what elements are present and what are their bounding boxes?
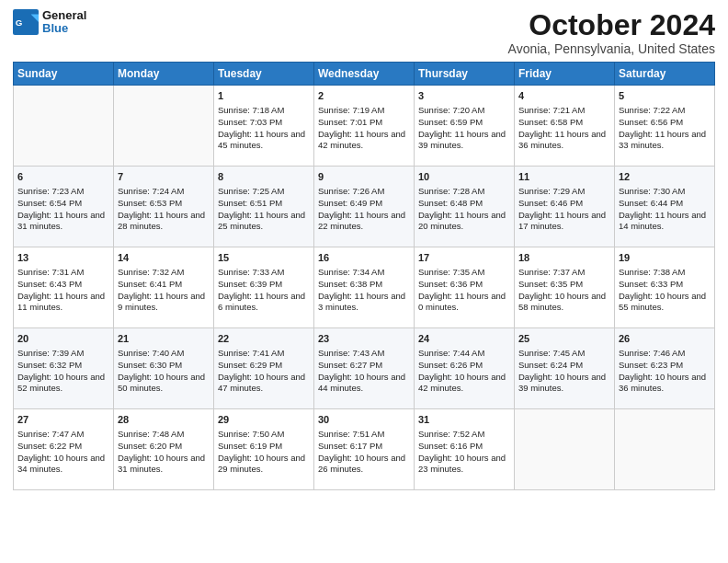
day-number: 22: [218, 332, 310, 346]
day-cell: 25Sunrise: 7:45 AMSunset: 6:24 PMDayligh…: [515, 328, 615, 409]
day-cell: 23Sunrise: 7:43 AMSunset: 6:27 PMDayligh…: [314, 328, 415, 409]
day-cell: 9Sunrise: 7:26 AMSunset: 6:49 PMDaylight…: [314, 167, 415, 247]
day-number: 23: [318, 332, 410, 346]
day-number: 28: [118, 413, 210, 427]
page: G General Blue October 2024 Avonia, Penn…: [0, 0, 728, 563]
day-cell: 31Sunrise: 7:52 AMSunset: 6:16 PMDayligh…: [415, 409, 515, 490]
header: G General Blue October 2024 Avonia, Penn…: [13, 9, 715, 56]
header-cell-friday: Friday: [515, 63, 615, 86]
day-cell: 2Sunrise: 7:19 AMSunset: 7:01 PMDaylight…: [314, 86, 415, 167]
header-cell-sunday: Sunday: [14, 63, 114, 86]
day-cell: 6Sunrise: 7:23 AMSunset: 6:54 PMDaylight…: [14, 167, 114, 247]
day-cell: 18Sunrise: 7:37 AMSunset: 6:35 PMDayligh…: [515, 247, 615, 328]
day-number: 7: [118, 170, 210, 184]
day-number: 20: [17, 332, 109, 346]
day-cell: 22Sunrise: 7:41 AMSunset: 6:29 PMDayligh…: [214, 328, 314, 409]
day-cell: 19Sunrise: 7:38 AMSunset: 6:33 PMDayligh…: [615, 247, 715, 328]
title-area: October 2024 Avonia, Pennsylvania, Unite…: [508, 9, 715, 56]
day-number: 29: [218, 413, 310, 427]
svg-text:G: G: [16, 17, 23, 28]
header-cell-monday: Monday: [114, 63, 214, 86]
day-cell: 7Sunrise: 7:24 AMSunset: 6:53 PMDaylight…: [114, 167, 214, 247]
day-cell: 27Sunrise: 7:47 AMSunset: 6:22 PMDayligh…: [14, 409, 114, 490]
day-cell: 30Sunrise: 7:51 AMSunset: 6:17 PMDayligh…: [314, 409, 415, 490]
day-cell: 26Sunrise: 7:46 AMSunset: 6:23 PMDayligh…: [615, 328, 715, 409]
calendar-table: SundayMondayTuesdayWednesdayThursdayFrid…: [13, 62, 715, 490]
logo-icon: G: [13, 9, 39, 35]
day-number: 25: [518, 332, 610, 346]
logo: G General Blue: [13, 9, 86, 36]
day-number: 9: [318, 170, 410, 184]
day-cell: 5Sunrise: 7:22 AMSunset: 6:56 PMDaylight…: [615, 86, 715, 167]
header-row: SundayMondayTuesdayWednesdayThursdayFrid…: [14, 63, 715, 86]
week-row-2: 13Sunrise: 7:31 AMSunset: 6:43 PMDayligh…: [14, 247, 715, 328]
day-number: 1: [218, 89, 310, 103]
day-cell: 3Sunrise: 7:20 AMSunset: 6:59 PMDaylight…: [415, 86, 515, 167]
day-number: 16: [318, 251, 410, 265]
day-number: 26: [619, 332, 711, 346]
day-number: 31: [418, 413, 510, 427]
logo-text: General Blue: [42, 9, 86, 36]
calendar-header: SundayMondayTuesdayWednesdayThursdayFrid…: [14, 63, 715, 86]
day-cell: [515, 409, 615, 490]
day-cell: [114, 86, 214, 167]
day-number: 19: [619, 251, 711, 265]
day-number: 12: [619, 170, 711, 184]
day-cell: 16Sunrise: 7:34 AMSunset: 6:38 PMDayligh…: [314, 247, 415, 328]
day-number: 14: [118, 251, 210, 265]
day-cell: 21Sunrise: 7:40 AMSunset: 6:30 PMDayligh…: [114, 328, 214, 409]
day-number: 17: [418, 251, 510, 265]
day-cell: 4Sunrise: 7:21 AMSunset: 6:58 PMDaylight…: [515, 86, 615, 167]
day-number: 10: [418, 170, 510, 184]
day-number: 4: [518, 89, 610, 103]
day-cell: 13Sunrise: 7:31 AMSunset: 6:43 PMDayligh…: [14, 247, 114, 328]
subtitle: Avonia, Pennsylvania, United States: [508, 41, 715, 56]
day-number: 2: [318, 89, 410, 103]
day-cell: [615, 409, 715, 490]
day-number: 15: [218, 251, 310, 265]
day-cell: 10Sunrise: 7:28 AMSunset: 6:48 PMDayligh…: [415, 167, 515, 247]
day-cell: 12Sunrise: 7:30 AMSunset: 6:44 PMDayligh…: [615, 167, 715, 247]
header-cell-thursday: Thursday: [415, 63, 515, 86]
day-cell: 11Sunrise: 7:29 AMSunset: 6:46 PMDayligh…: [515, 167, 615, 247]
day-number: 18: [518, 251, 610, 265]
week-row-1: 6Sunrise: 7:23 AMSunset: 6:54 PMDaylight…: [14, 167, 715, 247]
day-cell: [14, 86, 114, 167]
week-row-3: 20Sunrise: 7:39 AMSunset: 6:32 PMDayligh…: [14, 328, 715, 409]
day-cell: 15Sunrise: 7:33 AMSunset: 6:39 PMDayligh…: [214, 247, 314, 328]
day-cell: 14Sunrise: 7:32 AMSunset: 6:41 PMDayligh…: [114, 247, 214, 328]
day-cell: 29Sunrise: 7:50 AMSunset: 6:19 PMDayligh…: [214, 409, 314, 490]
main-title: October 2024: [508, 9, 715, 41]
header-cell-tuesday: Tuesday: [214, 63, 314, 86]
day-cell: 17Sunrise: 7:35 AMSunset: 6:36 PMDayligh…: [415, 247, 515, 328]
day-number: 13: [17, 251, 109, 265]
day-number: 24: [418, 332, 510, 346]
week-row-4: 27Sunrise: 7:47 AMSunset: 6:22 PMDayligh…: [14, 409, 715, 490]
day-number: 5: [619, 89, 711, 103]
day-cell: 20Sunrise: 7:39 AMSunset: 6:32 PMDayligh…: [14, 328, 114, 409]
day-number: 11: [518, 170, 610, 184]
header-cell-saturday: Saturday: [615, 63, 715, 86]
day-number: 8: [218, 170, 310, 184]
day-cell: 24Sunrise: 7:44 AMSunset: 6:26 PMDayligh…: [415, 328, 515, 409]
day-number: 21: [118, 332, 210, 346]
day-number: 30: [318, 413, 410, 427]
day-cell: 8Sunrise: 7:25 AMSunset: 6:51 PMDaylight…: [214, 167, 314, 247]
day-number: 27: [17, 413, 109, 427]
week-row-0: 1Sunrise: 7:18 AMSunset: 7:03 PMDaylight…: [14, 86, 715, 167]
day-number: 6: [17, 170, 109, 184]
day-cell: 28Sunrise: 7:48 AMSunset: 6:20 PMDayligh…: [114, 409, 214, 490]
calendar-body: 1Sunrise: 7:18 AMSunset: 7:03 PMDaylight…: [14, 86, 715, 490]
header-cell-wednesday: Wednesday: [314, 63, 415, 86]
day-number: 3: [418, 89, 510, 103]
day-cell: 1Sunrise: 7:18 AMSunset: 7:03 PMDaylight…: [214, 86, 314, 167]
